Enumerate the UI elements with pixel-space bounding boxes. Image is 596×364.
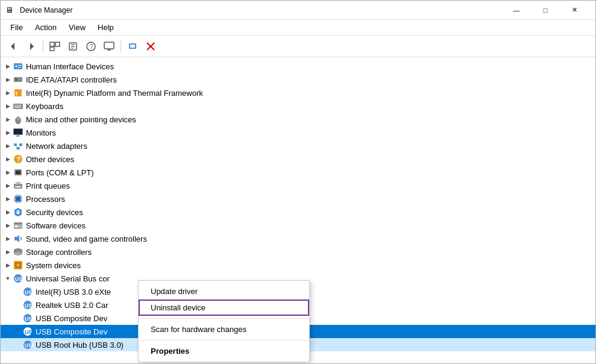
tree-item-other[interactable]: ▶ ? Other devices bbox=[1, 152, 595, 166]
minimize-button[interactable]: — bbox=[503, 4, 530, 16]
close-button[interactable]: ✕ bbox=[560, 4, 588, 16]
expander-print-queues[interactable]: ▶ bbox=[3, 181, 13, 190]
expander-ports[interactable]: ▶ bbox=[3, 168, 13, 177]
show-hide-button[interactable] bbox=[47, 39, 63, 54]
tree-item-ide-atapi[interactable]: ▶ IDE ATA/ATAPI controllers bbox=[1, 73, 595, 86]
tree-item-network[interactable]: ▶ Network adapters bbox=[1, 139, 595, 152]
svg-rect-32 bbox=[14, 107, 16, 108]
svg-text:USB: USB bbox=[25, 303, 33, 309]
window-title: Device Manager bbox=[20, 6, 72, 14]
expander-sound[interactable]: ▶ bbox=[3, 234, 13, 243]
icon-intel-dynamic: I bbox=[13, 87, 24, 98]
svg-marker-0 bbox=[11, 43, 14, 50]
tree-item-ports[interactable]: ▶ Ports (COM & LPT) bbox=[1, 166, 595, 179]
svg-rect-50 bbox=[16, 171, 20, 174]
svg-text:?: ? bbox=[90, 43, 93, 50]
tree-item-print-queues[interactable]: ▶ Print queues bbox=[1, 179, 595, 192]
svg-rect-72 bbox=[15, 225, 17, 227]
svg-text:USB: USB bbox=[25, 329, 33, 335]
tree-item-intel-dynamic[interactable]: ▶ I Intel(R) Dynamic Platform and Therma… bbox=[1, 86, 595, 99]
menu-view[interactable]: View bbox=[64, 21, 90, 34]
svg-rect-40 bbox=[16, 136, 20, 137]
tree-item-keyboards[interactable]: ▶ Keyboards bbox=[1, 99, 595, 113]
toolbar: ? bbox=[1, 36, 595, 57]
ctx-update-driver[interactable]: Update driver bbox=[139, 283, 309, 300]
icon-realtek-usb: USB bbox=[22, 300, 33, 310]
main-content[interactable]: ▶ Human Interface Devices ▶ IDE ATA/ATAP… bbox=[1, 57, 595, 363]
icon-security bbox=[13, 207, 24, 218]
icon-ports bbox=[13, 167, 24, 178]
tree-item-system[interactable]: ▶ System devices bbox=[1, 259, 595, 272]
ctx-separator2 bbox=[139, 340, 309, 340]
uninstall-button[interactable] bbox=[143, 39, 158, 54]
svg-rect-33 bbox=[16, 107, 20, 108]
svg-rect-71 bbox=[14, 222, 22, 224]
ctx-properties[interactable]: Properties bbox=[139, 343, 309, 359]
svg-rect-53 bbox=[15, 186, 21, 187]
svg-rect-3 bbox=[55, 42, 60, 46]
tree-item-human-interface[interactable]: ▶ Human Interface Devices bbox=[1, 60, 595, 73]
tree-item-storage[interactable]: ▶ Storage controllers bbox=[1, 245, 595, 259]
tree-item-monitors[interactable]: ▶ Monitors bbox=[1, 126, 595, 139]
expander-keyboards[interactable]: ▶ bbox=[3, 101, 13, 111]
help-button[interactable]: ? bbox=[83, 39, 99, 54]
expander-storage[interactable]: ▶ bbox=[3, 247, 13, 257]
monitor-button[interactable] bbox=[101, 39, 117, 54]
label-realtek-usb: Realtek USB 2.0 Car bbox=[36, 301, 108, 310]
forward-button[interactable] bbox=[24, 39, 39, 54]
window-controls: — □ ✕ bbox=[503, 4, 588, 16]
context-menu: Update driver Uninstall device Scan for … bbox=[138, 280, 310, 362]
tree-item-security[interactable]: ▶ Security devices bbox=[1, 206, 595, 219]
label-keyboards: Keyboards bbox=[26, 102, 63, 111]
maximize-button[interactable]: □ bbox=[532, 4, 559, 16]
icon-ide-atapi bbox=[13, 74, 24, 85]
label-processors: Processors bbox=[26, 195, 65, 204]
svg-text:?: ? bbox=[17, 155, 21, 163]
expander-system[interactable]: ▶ bbox=[3, 260, 13, 270]
expander-software[interactable]: ▶ bbox=[3, 221, 13, 230]
label-ide-atapi: IDE ATA/ATAPI controllers bbox=[26, 75, 117, 84]
icon-other: ? bbox=[13, 154, 24, 165]
svg-rect-27 bbox=[13, 104, 23, 109]
svg-rect-43 bbox=[19, 143, 22, 146]
expander-intel-dynamic[interactable]: ▶ bbox=[3, 88, 13, 98]
tree-item-software[interactable]: ▶ Software devices bbox=[1, 219, 595, 232]
tree-item-processors[interactable]: ▶ Processors bbox=[1, 192, 595, 206]
back-button[interactable] bbox=[5, 39, 21, 54]
expander-human-interface[interactable]: ▶ bbox=[3, 61, 13, 71]
expander-ide-atapi[interactable]: ▶ bbox=[3, 75, 13, 84]
tree-item-mice[interactable]: ▶ Mice and other pointing devices bbox=[1, 113, 595, 126]
expander-monitors[interactable]: ▶ bbox=[3, 128, 13, 137]
label-ports: Ports (COM & LPT) bbox=[26, 168, 94, 177]
tree-item-sound[interactable]: ▶ Sound, video and game controllers bbox=[1, 232, 595, 245]
menu-help[interactable]: Help bbox=[93, 21, 119, 34]
svg-rect-20 bbox=[18, 65, 21, 66]
ctx-scan-changes[interactable]: Scan for hardware changes bbox=[139, 321, 309, 337]
expander-usb[interactable]: ▼ bbox=[3, 274, 13, 283]
svg-rect-74 bbox=[19, 227, 20, 227]
expander-usb-composite2 bbox=[13, 327, 22, 336]
expander-processors[interactable]: ▶ bbox=[3, 194, 13, 204]
menu-file[interactable]: File bbox=[5, 21, 28, 34]
properties-button[interactable] bbox=[65, 39, 81, 54]
icon-sound bbox=[13, 233, 24, 244]
expander-network[interactable]: ▶ bbox=[3, 141, 13, 151]
svg-text:USB: USB bbox=[25, 342, 33, 348]
icon-usb-root: USB bbox=[22, 339, 33, 350]
svg-point-78 bbox=[14, 252, 22, 256]
ctx-uninstall-device[interactable]: Uninstall device bbox=[139, 300, 309, 316]
menu-action[interactable]: Action bbox=[30, 21, 61, 34]
title-bar: 🖥 Device Manager — □ ✕ bbox=[1, 1, 595, 20]
label-other: Other devices bbox=[26, 155, 74, 164]
svg-rect-55 bbox=[16, 197, 20, 201]
label-network: Network adapters bbox=[26, 142, 87, 151]
expander-mice[interactable]: ▶ bbox=[3, 115, 13, 124]
label-usb-root: USB Root Hub (USB 3.0) bbox=[36, 340, 124, 350]
expander-security[interactable]: ▶ bbox=[3, 207, 13, 217]
expander-other[interactable]: ▶ bbox=[3, 154, 13, 164]
update-driver-button[interactable] bbox=[125, 39, 140, 54]
svg-rect-21 bbox=[18, 67, 20, 67]
svg-rect-29 bbox=[16, 105, 17, 106]
label-storage: Storage controllers bbox=[26, 248, 92, 257]
svg-point-81 bbox=[16, 263, 20, 267]
